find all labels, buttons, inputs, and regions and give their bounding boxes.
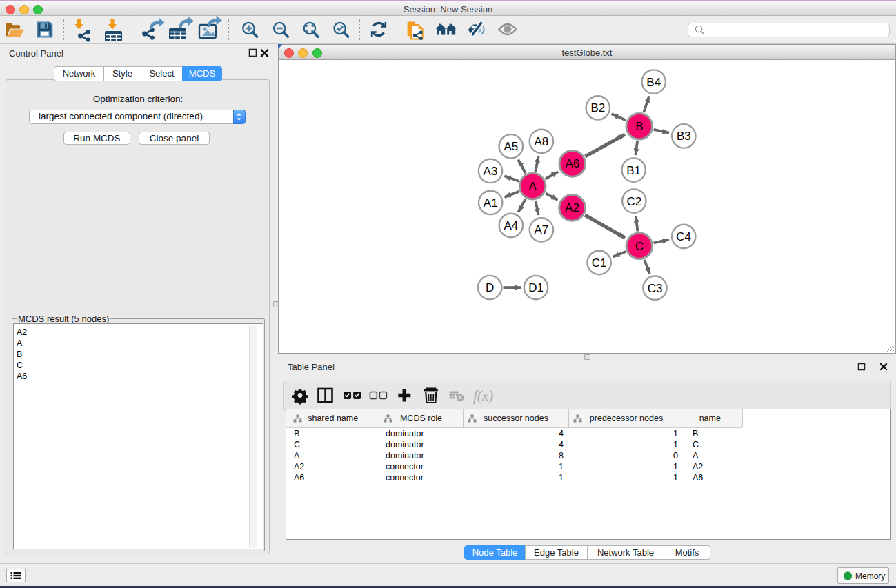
svg-text:B4: B4: [646, 76, 661, 89]
svg-text:A4: A4: [504, 219, 518, 232]
svg-text:A8: A8: [535, 135, 549, 148]
svg-text:C1: C1: [592, 256, 607, 270]
svg-text:B: B: [635, 120, 643, 133]
svg-text:C4: C4: [676, 230, 691, 243]
svg-text:A5: A5: [504, 140, 518, 153]
svg-text:A: A: [529, 180, 537, 193]
svg-text:A7: A7: [535, 223, 549, 236]
svg-text:A3: A3: [484, 165, 498, 178]
svg-text:B3: B3: [677, 130, 691, 143]
svg-text:B1: B1: [626, 164, 641, 177]
svg-text:C2: C2: [626, 195, 641, 208]
svg-text:Memory: Memory: [855, 571, 885, 581]
svg-text:C: C: [635, 240, 644, 253]
svg-text:B2: B2: [590, 101, 605, 114]
svg-text:f(x): f(x): [473, 387, 493, 404]
svg-text:A6: A6: [565, 157, 579, 170]
svg-text:D1: D1: [528, 281, 544, 294]
svg-text:A2: A2: [565, 201, 579, 214]
svg-text:D: D: [486, 281, 494, 294]
svg-text:C3: C3: [648, 282, 663, 295]
svg-text:A1: A1: [484, 196, 498, 210]
